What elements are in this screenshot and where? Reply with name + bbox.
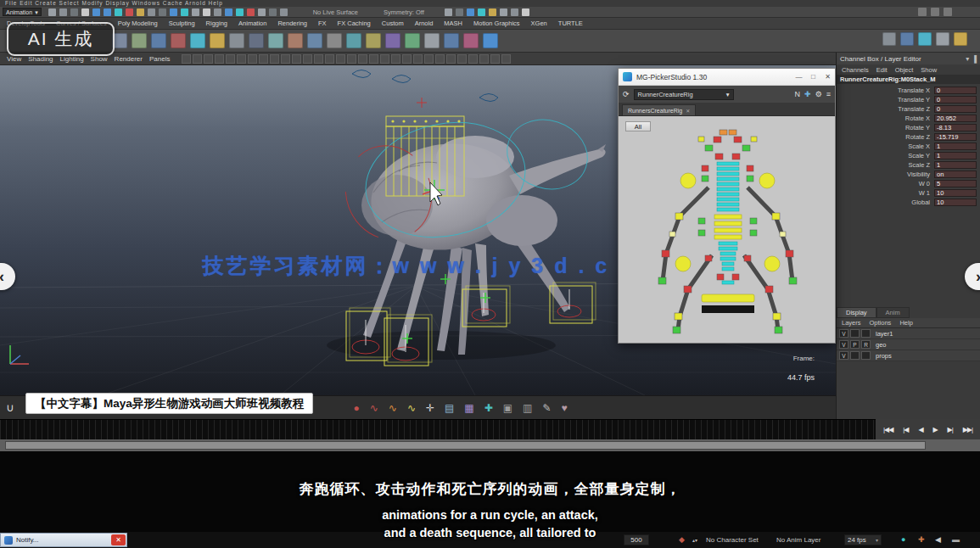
set-key-icon[interactable]: ◆ [679,535,685,544]
viewport-toggle-icon[interactable] [468,54,478,64]
viewport-toggle-icon[interactable] [215,54,224,64]
channel-box-menu-item[interactable]: Show [921,66,937,74]
toolbar-icon[interactable] [500,8,507,16]
channel-attribute-row[interactable]: Translate Y 0 [837,95,977,103]
anim-tool-icon[interactable]: ▥ [523,403,532,413]
viewport-toggle-icon[interactable] [303,54,312,64]
toolbar-icon[interactable] [81,8,89,16]
shelf-tool-icon[interactable] [190,33,205,48]
layer-playback-toggle[interactable] [850,329,860,338]
layer-playback-toggle[interactable] [850,351,860,360]
shelf-tab[interactable]: Animation [238,20,266,27]
shelf-tool-icon[interactable] [151,33,166,48]
toolbar-icon[interactable] [236,8,244,16]
picker-titlebar[interactable]: MG-PickerStudio 1.30 — □ ✕ [619,69,835,86]
close-tab-icon[interactable]: ✕ [686,108,690,114]
viewport-toggle-icon[interactable] [292,54,301,64]
toolbar-icon[interactable] [280,8,288,16]
toolbar-icon[interactable] [269,8,277,16]
character-picker-graphic[interactable] [627,128,828,342]
channel-attribute-row[interactable]: Scale X 1 [837,142,977,150]
range-slider[interactable] [0,439,980,451]
anim-tool-icon[interactable]: ▤ [445,403,454,413]
toolbar-icon[interactable] [104,8,111,16]
layer-editor-menu-item[interactable]: Options [870,319,892,327]
anim-tool-icon[interactable]: ✚ [484,403,493,413]
layer-playback-toggle[interactable]: P [850,340,860,349]
toolbar-icon[interactable] [247,8,255,16]
shelf-tool-icon[interactable] [405,33,420,48]
shelf-tab[interactable]: Rigging [206,20,227,27]
channel-box-menu-item[interactable]: Object [895,66,914,74]
viewport-toggle-icon[interactable] [270,54,279,64]
transport-button[interactable]: ◀ [918,426,922,433]
speaker-icon[interactable]: ◀ [935,535,941,544]
attribute-value-field[interactable]: 20.952 [934,115,977,122]
toolbar-icon[interactable] [92,8,100,16]
shelf-tool-icon[interactable] [954,32,967,46]
anim-tool-icon[interactable]: ∿ [370,403,378,413]
viewport-toggle-icon[interactable] [226,54,235,64]
notify-mini-window[interactable]: Notify... ✕ [0,533,127,547]
tab-display[interactable]: Display [837,307,876,318]
toolbar-icon[interactable] [70,8,78,16]
transport-button[interactable]: |◀◀ [883,426,893,433]
toolbar-icon[interactable] [258,8,266,16]
channel-attribute-row[interactable]: Translate X 0 [837,86,977,94]
shelf-tool-icon[interactable] [900,32,914,46]
viewport-toggle-icon[interactable] [248,54,257,64]
minimize-button[interactable]: — [792,71,806,83]
viewport-toggle-icon[interactable] [457,54,467,64]
viewport-toggle-icon[interactable] [182,54,191,64]
viewport-toggle-icon[interactable] [380,54,389,64]
layer-visibility-toggle[interactable]: V [839,340,848,349]
picker-tab[interactable]: RunnersCreatureRig ✕ [622,104,696,115]
shelf-tab[interactable]: Arnold [415,20,434,27]
shelf-tool-icon[interactable] [288,33,303,48]
toolbar-icon[interactable] [456,8,463,16]
shelf-tab[interactable]: Motion Graphics [473,20,520,27]
viewport-toggle-icon[interactable] [490,54,500,64]
shelf-tool-icon[interactable] [229,33,244,48]
shelf-tool-icon[interactable] [346,33,361,48]
viewport-toggle-icon[interactable] [424,54,434,64]
symmetry-status[interactable]: Symmetry: Off [384,8,424,16]
attribute-value-field[interactable]: 0 [934,105,977,113]
layer-row[interactable]: V layer1 [837,328,980,339]
layer-type-toggle[interactable] [861,351,871,360]
add-icon[interactable]: ✚ [804,90,811,98]
close-icon[interactable]: ✕ [111,534,126,545]
outliner-icon[interactable] [944,8,952,16]
auto-key-icon[interactable]: ✚ [918,535,925,544]
creature-model[interactable] [327,134,606,360]
range-end-field[interactable]: 500 [624,534,649,545]
layer-visibility-toggle[interactable]: V [839,329,848,338]
toolbar-icon[interactable] [48,8,56,16]
channel-attribute-row[interactable]: Global 10 [837,198,977,206]
anim-tool-icon[interactable]: ∿ [389,403,397,413]
channel-attribute-row[interactable]: Rotate Z -15.719 [837,132,977,141]
layer-editor-menu-item[interactable]: Layers [842,319,861,327]
shelf-tab[interactable]: Custom [382,20,404,27]
transport-button[interactable]: ▶ [932,426,937,433]
channel-attribute-row[interactable]: Rotate Y -8.13 [837,123,977,131]
sort-arrows-icon[interactable]: ▴▾ [692,537,697,543]
channel-box-menu-item[interactable]: Edit [876,66,888,74]
script-editor-icon[interactable]: ● [901,535,905,544]
anim-tool-icon[interactable]: ▦ [464,403,473,413]
toolbar-icon[interactable] [126,8,133,16]
layer-row[interactable]: V P R geo [837,339,980,350]
panel-dock-icon[interactable]: ▐ [972,55,977,63]
transport-button[interactable]: ▶▶| [963,426,972,433]
picker-reset-button[interactable] [702,305,754,313]
viewport-toggle-icon[interactable] [347,54,356,64]
panel-menu-item[interactable]: Renderer [115,55,143,63]
channel-attribute-row[interactable]: W 0 5 [837,179,977,187]
viewport-toggle-icon[interactable] [314,54,323,64]
shelf-tool-icon[interactable] [385,33,400,48]
shelf-tool-icon[interactable] [936,32,949,46]
toolbar-icon[interactable] [445,8,452,16]
main-menubar[interactable]: File Edit Create Select Modify Display W… [0,0,980,7]
shelf-tool-icon[interactable] [210,33,225,48]
viewport-toggle-icon[interactable] [193,54,202,64]
